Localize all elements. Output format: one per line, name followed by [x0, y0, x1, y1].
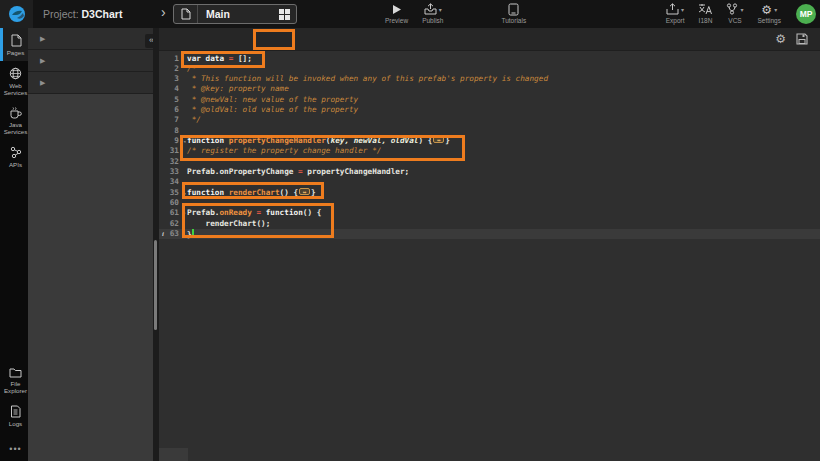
export-label: Export	[666, 17, 685, 24]
vcs-label: VCS	[728, 17, 741, 24]
code-line-60[interactable]: 60	[159, 198, 820, 208]
left-panel: ▶▶▶ «	[28, 28, 153, 461]
project-title: Project: D3Chart	[43, 8, 122, 20]
fold-open-icon[interactable]: ▾	[183, 208, 186, 218]
i18n-label: I18N	[699, 17, 713, 24]
code-line-35[interactable]: 35◂function renderChart() {↔}	[159, 188, 820, 198]
vcs-icon	[726, 3, 738, 15]
preview-label: Preview	[385, 17, 408, 24]
i18n-icon	[698, 3, 712, 15]
save-icon[interactable]	[796, 33, 808, 45]
code-line-33[interactable]: 33Prefab.onPropertyChange = propertyChan…	[159, 167, 820, 177]
tutorials-label: Tutorials	[501, 17, 526, 24]
code-text: * @newVal: new value of the property	[187, 95, 358, 105]
gutter-line-number: 7	[159, 115, 187, 125]
panel-section-page-structure[interactable]: ▶	[28, 50, 153, 72]
caret-down-icon: ▾	[681, 6, 684, 13]
code-line-4[interactable]: 4 * @key: property name	[159, 84, 820, 94]
code-fold-widget[interactable]: ↔	[433, 136, 444, 143]
chevron-right-icon: ›	[161, 4, 166, 20]
code-line-8[interactable]: 8	[159, 126, 820, 136]
code-text: */	[187, 115, 201, 125]
settings-icon: ⚙	[761, 0, 772, 18]
code-text: * @oldVal: old value of the property	[187, 105, 358, 115]
settings-label: Settings	[758, 17, 782, 24]
export-button[interactable]: ▾Export	[659, 0, 692, 28]
tutorials-button[interactable]: Tutorials	[494, 0, 533, 28]
scrollbar-thumb[interactable]	[154, 240, 157, 330]
page-selector[interactable]: Main	[173, 4, 297, 24]
gutter-line-number: 35◂	[159, 188, 187, 198]
code-text: Prefab.onReady = function() {	[187, 208, 321, 218]
sidebar-item-java-services[interactable]: Java Services	[0, 101, 28, 140]
sidebar-item-pages[interactable]: Pages	[0, 28, 28, 61]
triangle-right-icon: ▶	[40, 35, 45, 43]
gutter-line-number: 34	[159, 177, 187, 187]
grid-icon[interactable]	[279, 9, 290, 20]
sidebar-item-file-explorer[interactable]: File Explorer	[0, 361, 28, 399]
script-editor[interactable]: 1var data = [];2/*3 * This function will…	[159, 51, 820, 461]
gutter-line-number: 62	[159, 219, 187, 229]
preview-button[interactable]: Preview	[378, 0, 415, 28]
code-line-62[interactable]: 62 renderChart();	[159, 219, 820, 229]
gutter-line-number: 60	[159, 198, 187, 208]
sidebar-item-logs[interactable]: Logs	[0, 399, 28, 432]
fold-closed-icon[interactable]: ◂	[183, 136, 186, 146]
project-name: D3Chart	[82, 8, 123, 20]
gutter-line-number: 3	[159, 74, 187, 84]
text-cursor	[192, 229, 194, 238]
sidebar-item-more[interactable]: •••	[0, 432, 28, 461]
wavemaker-logo[interactable]	[0, 0, 33, 28]
sidebar-item-web-services[interactable]: Web Services	[0, 61, 28, 101]
java-services-icon	[9, 107, 22, 119]
code-line-61[interactable]: 61▾Prefab.onReady = function() {	[159, 208, 820, 218]
code-line-32[interactable]: 32	[159, 157, 820, 167]
gutter-line-number: 2	[159, 64, 187, 74]
code-text: renderChart();	[187, 219, 270, 229]
code-line-5[interactable]: 5 * @newVal: new value of the property	[159, 95, 820, 105]
page-tab-label: Main	[198, 8, 279, 20]
triangle-right-icon: ▶	[40, 79, 45, 87]
caret-down-icon: ▾	[439, 6, 442, 13]
code-text: function propertyChangeHandler(key, newV…	[187, 136, 450, 146]
code-text: /*	[187, 64, 196, 74]
settings-button[interactable]: ⚙▾Settings	[751, 0, 789, 28]
code-line-34[interactable]: 34	[159, 177, 820, 187]
code-line-6[interactable]: 6 * @oldVal: old value of the property	[159, 105, 820, 115]
code-text: Prefab.onPropertyChange = propertyChange…	[187, 167, 409, 177]
play-icon	[391, 4, 402, 15]
publish-button[interactable]: ▾Publish	[415, 0, 450, 28]
code-line-7[interactable]: 7 */	[159, 115, 820, 125]
code-fold-widget[interactable]: ↔	[299, 188, 310, 195]
i18n-button[interactable]: I18N	[691, 0, 719, 28]
code-line-2[interactable]: 2/*	[159, 64, 820, 74]
page-doc-icon	[174, 5, 198, 23]
code-line-9[interactable]: 9◂function propertyChangeHandler(key, ne…	[159, 136, 820, 146]
wavemaker-logo-icon	[8, 5, 26, 23]
sidebar-item-label: Logs	[9, 420, 22, 427]
gutter-line-number: 32	[159, 157, 187, 167]
panel-section-variables[interactable]: ▶	[28, 72, 153, 94]
triangle-right-icon: ▶	[40, 57, 45, 65]
code-line-3[interactable]: 3 * This function will be invoked when a…	[159, 74, 820, 84]
publish-icon	[424, 3, 437, 15]
panel-editor-separator	[153, 28, 159, 461]
sidebar-item-apis[interactable]: APIs	[0, 140, 28, 173]
editor-settings-gear-icon[interactable]: ⚙	[775, 33, 786, 45]
pages-icon	[10, 34, 22, 47]
code-line-31[interactable]: 31/* register the property change handle…	[159, 146, 820, 156]
fold-closed-icon[interactable]: ◂	[183, 188, 186, 198]
activity-bar: PagesWeb ServicesJava ServicesAPIsFile E…	[0, 28, 28, 461]
editor-tab-bar: ⚙	[159, 28, 820, 51]
sidebar-item-label: Web Services	[4, 82, 28, 96]
code-line-63[interactable]: i63}	[159, 229, 820, 239]
editor-area: ⚙ 1var data = [];2/*3 * This function wi…	[159, 28, 820, 461]
vcs-button[interactable]: ▾VCS	[719, 0, 750, 28]
code-text: * @key: property name	[187, 84, 289, 94]
code-line-1[interactable]: 1var data = [];	[159, 54, 820, 64]
panel-section-pages[interactable]: ▶	[28, 28, 153, 50]
avatar[interactable]: MP	[796, 4, 816, 24]
gutter-line-number: 1	[159, 54, 187, 64]
code-text: }	[187, 229, 194, 239]
gutter-line-number: 5	[159, 95, 187, 105]
